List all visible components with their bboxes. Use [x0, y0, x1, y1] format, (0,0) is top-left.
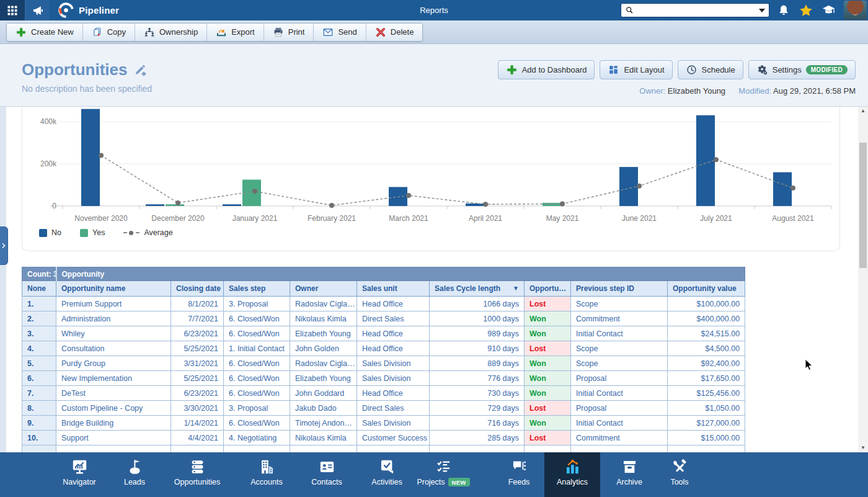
- nav-label: Accounts: [250, 478, 282, 486]
- modified-badge: MODIFIED: [806, 65, 848, 74]
- cell-sales_step: 3. Proposal: [224, 401, 290, 416]
- table-row[interactable]: 8.Custom Pipeline - Copy3/30/20213. Prop…: [22, 401, 745, 416]
- nav-label: Opportunities: [174, 478, 220, 486]
- bottomnav-item-analytics[interactable]: Analytics: [544, 452, 600, 497]
- cell-cycle: 730 days: [430, 386, 525, 401]
- column-header[interactable]: Previous step ID: [571, 281, 668, 297]
- cell-owner: [290, 446, 357, 453]
- cell-closing_date: 1/14/2021: [171, 416, 224, 431]
- bottomnav-item-navigator[interactable]: Navigator: [48, 452, 110, 497]
- sidebar-expander[interactable]: [0, 226, 8, 265]
- column-header[interactable]: Sales unit: [357, 281, 430, 297]
- cell-sales_step: 6. Closed/Won: [224, 326, 290, 341]
- legend-item-average[interactable]: Average: [123, 228, 172, 237]
- bottomnav-item-leads[interactable]: Leads: [104, 452, 166, 497]
- column-header[interactable]: Opportunity name: [56, 281, 171, 297]
- cell-name: Consultation: [56, 341, 171, 356]
- cell-sales_step: 3. Proposal: [224, 297, 290, 311]
- academy-button[interactable]: [820, 2, 836, 19]
- table-row[interactable]: 9.Bridge Building1/14/20216. Closed/WonT…: [22, 416, 745, 431]
- cell-previous_step: Initial Contact: [571, 386, 668, 401]
- scrollbar-thumb[interactable]: [859, 143, 867, 268]
- cell-previous_step: Commitment: [571, 311, 668, 326]
- bottomnav-item-feeds[interactable]: Feeds: [488, 452, 550, 497]
- table-row[interactable]: 1.Premium Support8/1/20213. ProposalRado…: [22, 297, 745, 311]
- cell-sales_step: 6. Closed/Won: [224, 371, 290, 386]
- column-header[interactable]: None: [22, 281, 56, 297]
- header-button-label: Edit Layout: [624, 65, 664, 74]
- bottomnav-item-opportunities[interactable]: Opportunities: [166, 452, 228, 497]
- cell-sales_step: 1. Initial Contact: [224, 341, 290, 356]
- copy-button[interactable]: Copy: [83, 24, 135, 41]
- table-row[interactable]: 7.DeTest6/23/20216. Closed/WonJohn Godda…: [22, 386, 745, 401]
- create-new-button[interactable]: Create New: [7, 24, 83, 41]
- settings-button[interactable]: SettingsMODIFIED: [748, 60, 856, 79]
- edit-layout-button[interactable]: Edit Layout: [600, 60, 672, 79]
- edit-title-icon[interactable]: [133, 63, 147, 77]
- search-dropdown-caret-icon[interactable]: [759, 9, 765, 12]
- svg-text:May 2021: May 2021: [546, 214, 579, 223]
- cell-owner: John Goddard: [290, 386, 357, 401]
- owner-label: Owner:: [639, 86, 665, 96]
- legend-label: Average: [144, 228, 172, 237]
- column-header[interactable]: Opportu…: [525, 281, 571, 297]
- cell-name: Whiley: [56, 326, 171, 341]
- column-header[interactable]: Owner: [290, 281, 357, 297]
- column-header[interactable]: Sales step: [224, 281, 290, 297]
- table-row[interactable]: 2.Administration7/7/20216. Closed/WonNik…: [22, 311, 745, 326]
- user-avatar[interactable]: [844, 1, 867, 20]
- app-logo[interactable]: Pipeliner: [58, 2, 119, 18]
- table-row[interactable]: 5.Purdy Group3/31/20216. Closed/WonRados…: [22, 356, 745, 371]
- announcements-button[interactable]: [25, 0, 50, 20]
- send-icon: [322, 27, 334, 38]
- column-header[interactable]: Closing date: [171, 281, 224, 297]
- cell-name: Purdy Group: [56, 356, 171, 371]
- legend-swatch: [80, 229, 88, 237]
- owner-value: Elizabeth Young: [668, 86, 725, 96]
- cell-name: New Implementation: [56, 371, 171, 386]
- plus-icon: [16, 27, 27, 38]
- cell-cycle: 729 days: [430, 401, 525, 416]
- page-title: Opportunities: [22, 60, 147, 79]
- sort-desc-icon[interactable]: ▼: [513, 285, 519, 292]
- bottomnav-item-projects[interactable]: ProjectsNEW: [405, 452, 482, 497]
- copy-icon: [92, 27, 103, 38]
- bottomnav-item-tools[interactable]: Tools: [649, 452, 711, 497]
- legend-item-yes[interactable]: Yes: [80, 228, 105, 237]
- delete-button[interactable]: Delete: [366, 24, 423, 41]
- global-search[interactable]: [621, 3, 769, 17]
- table-row[interactable]: 10.Support4/4/20214. NegotiatingNikolaus…: [22, 431, 745, 446]
- favorites-button[interactable]: [798, 2, 814, 19]
- cell-cycle: 285 days: [430, 431, 525, 446]
- cell-previous_step: Initial Contact: [571, 416, 668, 431]
- plus-icon: [506, 64, 518, 76]
- notifications-button[interactable]: [776, 2, 792, 19]
- table-row-partial[interactable]: [22, 446, 745, 453]
- table-row[interactable]: 3.Whiley6/23/20216. Closed/WonElizabeth …: [22, 326, 745, 341]
- search-input[interactable]: [634, 5, 759, 16]
- send-button[interactable]: Send: [314, 24, 366, 41]
- toolbar-button-label: Send: [338, 27, 356, 37]
- ownership-button[interactable]: Ownership: [135, 24, 207, 41]
- vertical-scrollbar[interactable]: ▲ ▼: [858, 107, 868, 452]
- add-to-dashboard-button[interactable]: Add to Dashboard: [498, 60, 595, 79]
- table-row[interactable]: 4.Consultation5/25/20211. Initial Contac…: [22, 341, 745, 356]
- bottomnav-item-contacts[interactable]: Contacts: [296, 452, 358, 497]
- schedule-button[interactable]: Schedule: [678, 60, 743, 79]
- legend-item-no[interactable]: No: [39, 228, 61, 237]
- scroll-down-arrow-icon[interactable]: ▼: [858, 444, 868, 452]
- navigator-icon: [71, 459, 88, 475]
- cell-sales_unit: Head Office: [357, 297, 430, 311]
- app-grid-button[interactable]: [0, 0, 25, 20]
- cell-cycle: 1066 days: [430, 297, 525, 311]
- table-row[interactable]: 6.New Implementation5/25/20216. Closed/W…: [22, 371, 745, 386]
- cell-status: Won: [525, 356, 571, 371]
- toolbar-button-label: Export: [231, 27, 255, 37]
- column-header[interactable]: Opportunity value: [668, 281, 745, 297]
- scroll-up-arrow-icon[interactable]: ▲: [858, 107, 868, 115]
- column-header[interactable]: ▼Sales Cycle length: [430, 281, 525, 297]
- nav-label: Contacts: [311, 478, 342, 486]
- bottomnav-item-accounts[interactable]: Accounts: [236, 452, 298, 497]
- export-button[interactable]: Export: [207, 24, 264, 41]
- print-button[interactable]: Print: [264, 24, 314, 41]
